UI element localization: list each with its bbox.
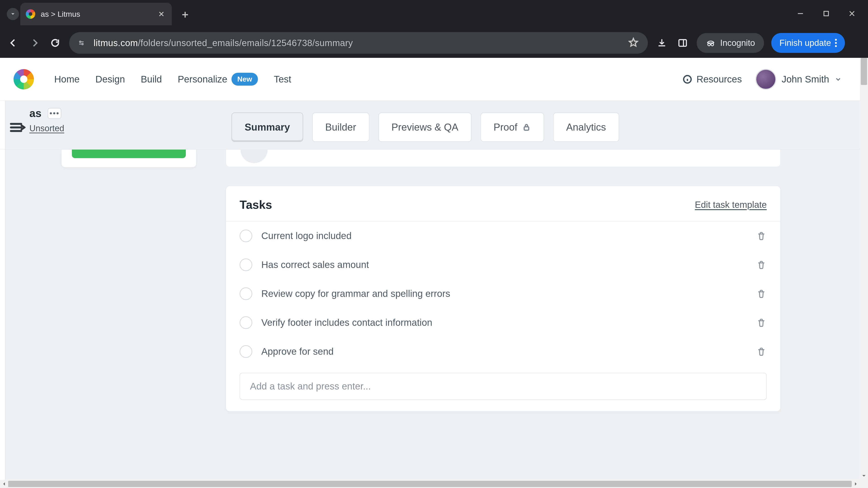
tab-builder[interactable]: Builder xyxy=(312,112,369,142)
finish-update-button[interactable]: Finish update xyxy=(771,33,845,53)
incognito-label: Incognito xyxy=(720,38,755,48)
window-minimize-button[interactable] xyxy=(797,10,804,18)
nav-personalize[interactable]: Personalize New xyxy=(178,73,258,86)
task-label[interactable]: Has correct sales amount xyxy=(261,259,747,270)
task-row: Current logo included xyxy=(226,221,780,250)
tab-favicon-icon xyxy=(26,9,35,19)
new-badge: New xyxy=(231,73,258,86)
page-viewport: Home Design Build Personalize New Test R… xyxy=(0,58,868,488)
address-bar[interactable]: litmus.com/folders/unsorted_emails/email… xyxy=(69,32,648,54)
task-checkbox[interactable] xyxy=(240,345,252,358)
resources-link[interactable]: Resources xyxy=(682,74,742,85)
kebab-icon xyxy=(835,39,837,47)
add-task-input[interactable] xyxy=(240,373,767,400)
tasks-header: Tasks Edit task template xyxy=(226,186,780,221)
litmus-logo-icon[interactable] xyxy=(13,69,34,90)
bookmark-star-icon[interactable] xyxy=(628,37,639,49)
resources-label: Resources xyxy=(696,74,742,85)
browser-chrome: as > Litmus litmus.com/folders/unsorted_… xyxy=(0,0,868,58)
svg-rect-7 xyxy=(524,127,529,130)
task-checkbox[interactable] xyxy=(240,230,252,242)
tab-close-button[interactable] xyxy=(157,10,165,18)
breadcrumb: as ••• Unsorted xyxy=(29,107,64,133)
nav-home[interactable]: Home xyxy=(54,74,80,85)
avatar xyxy=(755,69,776,90)
task-checkbox[interactable] xyxy=(240,258,252,271)
scroll-down-button[interactable] xyxy=(860,472,868,480)
task-label[interactable]: Review copy for grammar and spelling err… xyxy=(261,288,747,299)
url-text: litmus.com/folders/unsorted_emails/email… xyxy=(94,38,353,48)
url-host: litmus.com xyxy=(94,38,138,48)
scroll-left-button[interactable] xyxy=(0,480,8,488)
task-row: Verify footer includes contact informati… xyxy=(226,308,780,337)
edit-task-template-link[interactable]: Edit task template xyxy=(695,200,767,210)
url-path: /folders/unsorted_emails/emails/12546738… xyxy=(138,38,353,48)
email-title: as xyxy=(29,107,41,120)
browser-toolbar: litmus.com/folders/unsorted_emails/email… xyxy=(0,28,868,58)
nav-forward-button[interactable] xyxy=(28,36,41,50)
horizontal-scrollbar[interactable] xyxy=(0,480,860,488)
task-label[interactable]: Current logo included xyxy=(261,230,747,241)
subheader: as ••• Unsorted Summary Builder Previews… xyxy=(0,101,860,150)
task-checkbox[interactable] xyxy=(240,287,252,300)
user-menu[interactable]: John Smith xyxy=(755,69,842,90)
window-close-button[interactable] xyxy=(848,10,856,18)
svg-point-4 xyxy=(708,43,710,46)
finish-update-label: Finish update xyxy=(779,38,831,48)
left-rail-continued xyxy=(0,150,5,480)
email-more-button[interactable]: ••• xyxy=(48,108,61,119)
scrollbar-corner xyxy=(860,480,868,488)
nav-reload-button[interactable] xyxy=(49,36,62,50)
site-settings-icon[interactable] xyxy=(75,37,87,49)
user-name: John Smith xyxy=(782,74,829,85)
window-maximize-button[interactable] xyxy=(822,10,830,18)
svg-rect-3 xyxy=(679,39,686,46)
task-label[interactable]: Approve for send xyxy=(261,346,747,357)
hint-card-partial: Learn more. xyxy=(225,150,781,167)
lock-icon xyxy=(522,123,531,132)
task-delete-button[interactable] xyxy=(756,346,767,357)
sidebar-toggle-button[interactable] xyxy=(8,119,27,136)
nav-build[interactable]: Build xyxy=(141,74,162,85)
browser-tab[interactable]: as > Litmus xyxy=(20,3,172,25)
task-delete-button[interactable] xyxy=(756,230,767,241)
downloads-icon[interactable] xyxy=(655,36,669,50)
browser-titlebar: as > Litmus xyxy=(0,0,868,28)
content-area: Learn more. Tasks Edit task template Cur… xyxy=(0,150,860,480)
primary-nav: Home Design Build Personalize New Test xyxy=(54,73,291,86)
sidebar-green-button-partial[interactable] xyxy=(72,150,186,158)
hint-learn-more-link[interactable]: Learn more. xyxy=(294,150,343,150)
hint-text: Learn more. xyxy=(294,150,343,150)
section-tabs: Summary Builder Previews & QA Proof Anal… xyxy=(231,112,619,142)
tab-summary[interactable]: Summary xyxy=(231,112,303,142)
left-rail xyxy=(0,101,5,149)
tab-proof[interactable]: Proof xyxy=(480,112,544,142)
nav-design[interactable]: Design xyxy=(95,74,125,85)
task-label[interactable]: Verify footer includes contact informati… xyxy=(261,317,747,328)
task-checkbox[interactable] xyxy=(240,316,252,329)
task-input-wrap xyxy=(226,366,780,400)
nav-test[interactable]: Test xyxy=(274,74,291,85)
app-header: Home Design Build Personalize New Test R… xyxy=(0,58,860,101)
task-row: Review copy for grammar and spelling err… xyxy=(226,279,780,308)
vertical-scrollbar[interactable] xyxy=(860,58,868,480)
tab-title: as > Litmus xyxy=(41,10,152,19)
tasks-card: Tasks Edit task template Current logo in… xyxy=(225,186,781,412)
scroll-right-button[interactable] xyxy=(852,480,860,488)
new-tab-button[interactable] xyxy=(177,7,193,23)
task-delete-button[interactable] xyxy=(756,259,767,270)
tab-proof-label: Proof xyxy=(494,122,518,133)
svg-rect-0 xyxy=(824,11,829,16)
horizontal-scroll-thumb[interactable] xyxy=(8,481,852,487)
vertical-scroll-thumb[interactable] xyxy=(861,58,867,85)
tab-analytics[interactable]: Analytics xyxy=(553,112,619,142)
nav-back-button[interactable] xyxy=(7,36,20,50)
tab-search-button[interactable] xyxy=(7,8,19,20)
incognito-chip[interactable]: Incognito xyxy=(697,33,764,53)
tab-previews-qa[interactable]: Previews & QA xyxy=(378,112,471,142)
sidepanel-icon[interactable] xyxy=(676,36,689,50)
task-delete-button[interactable] xyxy=(756,288,767,299)
task-delete-button[interactable] xyxy=(756,317,767,328)
breadcrumb-folder-link[interactable]: Unsorted xyxy=(29,124,64,133)
task-row: Has correct sales amount xyxy=(226,250,780,279)
